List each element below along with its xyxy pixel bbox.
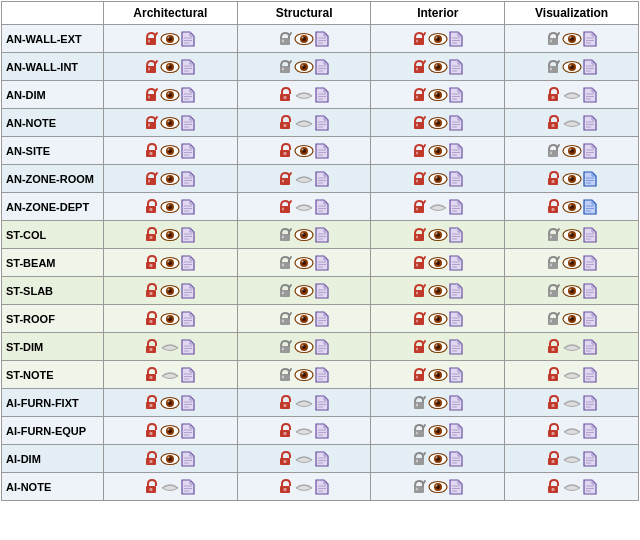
lock-icon[interactable] <box>145 423 159 438</box>
doc-icon[interactable] <box>181 87 195 103</box>
doc-icon[interactable] <box>181 227 195 243</box>
lock-icon[interactable] <box>547 395 561 410</box>
lock-icon[interactable] <box>145 339 159 354</box>
eye-icon[interactable] <box>160 283 180 297</box>
doc-icon[interactable] <box>583 451 597 467</box>
lock-icon[interactable] <box>413 115 427 130</box>
doc-icon[interactable] <box>181 367 195 383</box>
eye-icon[interactable] <box>160 31 180 45</box>
lock-icon[interactable] <box>145 479 159 494</box>
eye-icon[interactable] <box>562 395 582 409</box>
eye-icon[interactable] <box>428 199 448 213</box>
eye-icon[interactable] <box>294 367 314 381</box>
eye-icon[interactable] <box>294 171 314 185</box>
doc-icon[interactable] <box>315 87 329 103</box>
eye-icon[interactable] <box>428 423 448 437</box>
eye-icon[interactable] <box>160 479 180 493</box>
lock-icon[interactable] <box>279 367 293 382</box>
lock-icon[interactable] <box>279 31 293 46</box>
doc-icon[interactable] <box>449 451 463 467</box>
eye-icon[interactable] <box>294 227 314 241</box>
lock-icon[interactable] <box>547 143 561 158</box>
doc-icon[interactable] <box>583 479 597 495</box>
doc-icon[interactable] <box>583 87 597 103</box>
eye-icon[interactable] <box>562 31 582 45</box>
lock-icon[interactable] <box>279 479 293 494</box>
lock-icon[interactable] <box>547 31 561 46</box>
lock-icon[interactable] <box>413 311 427 326</box>
lock-icon[interactable] <box>413 199 427 214</box>
doc-icon[interactable] <box>449 227 463 243</box>
lock-icon[interactable] <box>413 339 427 354</box>
doc-icon[interactable] <box>181 423 195 439</box>
lock-icon[interactable] <box>145 199 159 214</box>
doc-icon[interactable] <box>449 143 463 159</box>
eye-icon[interactable] <box>294 199 314 213</box>
eye-icon[interactable] <box>294 59 314 73</box>
lock-icon[interactable] <box>413 31 427 46</box>
doc-icon[interactable] <box>181 255 195 271</box>
eye-icon[interactable] <box>294 479 314 493</box>
eye-icon[interactable] <box>428 31 448 45</box>
doc-icon[interactable] <box>583 395 597 411</box>
lock-icon[interactable] <box>279 339 293 354</box>
doc-icon[interactable] <box>315 171 329 187</box>
doc-icon[interactable] <box>315 115 329 131</box>
eye-icon[interactable] <box>562 367 582 381</box>
eye-icon[interactable] <box>294 451 314 465</box>
eye-icon[interactable] <box>294 115 314 129</box>
doc-icon[interactable] <box>449 423 463 439</box>
lock-icon[interactable] <box>279 227 293 242</box>
doc-icon[interactable] <box>583 311 597 327</box>
lock-icon[interactable] <box>145 143 159 158</box>
eye-icon[interactable] <box>428 395 448 409</box>
doc-icon[interactable] <box>449 171 463 187</box>
doc-icon[interactable] <box>583 339 597 355</box>
lock-icon[interactable] <box>547 115 561 130</box>
doc-icon[interactable] <box>583 115 597 131</box>
doc-icon[interactable] <box>315 227 329 243</box>
doc-icon[interactable] <box>449 395 463 411</box>
lock-icon[interactable] <box>145 283 159 298</box>
lock-icon[interactable] <box>145 451 159 466</box>
lock-icon[interactable] <box>279 171 293 186</box>
eye-icon[interactable] <box>294 339 314 353</box>
eye-icon[interactable] <box>294 311 314 325</box>
eye-icon[interactable] <box>562 451 582 465</box>
eye-icon[interactable] <box>160 87 180 101</box>
eye-icon[interactable] <box>428 143 448 157</box>
lock-icon[interactable] <box>547 59 561 74</box>
lock-icon[interactable] <box>413 283 427 298</box>
eye-icon[interactable] <box>428 171 448 185</box>
eye-icon[interactable] <box>562 143 582 157</box>
doc-icon[interactable] <box>315 255 329 271</box>
doc-icon[interactable] <box>181 199 195 215</box>
doc-icon[interactable] <box>583 227 597 243</box>
doc-icon[interactable] <box>315 311 329 327</box>
doc-icon[interactable] <box>315 31 329 47</box>
eye-icon[interactable] <box>562 255 582 269</box>
eye-icon[interactable] <box>428 311 448 325</box>
eye-icon[interactable] <box>160 367 180 381</box>
lock-icon[interactable] <box>547 311 561 326</box>
doc-icon[interactable] <box>181 171 195 187</box>
eye-icon[interactable] <box>160 143 180 157</box>
doc-icon[interactable] <box>181 311 195 327</box>
lock-icon[interactable] <box>547 255 561 270</box>
eye-icon[interactable] <box>428 367 448 381</box>
doc-icon[interactable] <box>315 199 329 215</box>
doc-icon[interactable] <box>449 339 463 355</box>
eye-icon[interactable] <box>428 59 448 73</box>
eye-icon[interactable] <box>428 87 448 101</box>
lock-icon[interactable] <box>413 87 427 102</box>
doc-icon[interactable] <box>583 171 597 187</box>
doc-icon[interactable] <box>315 479 329 495</box>
lock-icon[interactable] <box>279 87 293 102</box>
doc-icon[interactable] <box>583 59 597 75</box>
doc-icon[interactable] <box>181 31 195 47</box>
eye-icon[interactable] <box>428 227 448 241</box>
eye-icon[interactable] <box>294 283 314 297</box>
doc-icon[interactable] <box>449 479 463 495</box>
lock-icon[interactable] <box>413 423 427 438</box>
doc-icon[interactable] <box>181 395 195 411</box>
